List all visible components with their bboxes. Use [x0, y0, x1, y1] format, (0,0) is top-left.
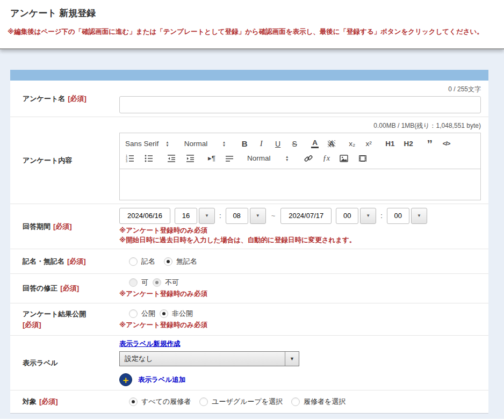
- target-radio-group: すべての履修者 ユーザグループを選択 履修者を選択: [129, 397, 354, 407]
- answer-edit-note: ※アンケート登録時のみ必須: [119, 289, 481, 299]
- heading-group: H1 H2: [385, 140, 413, 148]
- size-counter: 0.00MB / 1MB(残り：1,048,551 byte): [119, 121, 481, 131]
- survey-name-input[interactable]: [119, 96, 481, 113]
- start-hour-input[interactable]: [175, 208, 197, 224]
- outdent-icon[interactable]: [167, 154, 176, 163]
- header-picker[interactable]: Normal ▲▼: [184, 140, 226, 148]
- subscript-icon[interactable]: x₂: [348, 140, 356, 148]
- row-result-publish: アンケート結果公開[必須] 公開 非公開 ※アンケート登録時のみ必須: [10, 303, 488, 336]
- label-text: アンケート結果公開: [23, 309, 86, 320]
- time-separator: :: [219, 212, 221, 220]
- radio-signed[interactable]: [129, 257, 138, 266]
- response-period-field: ▼ : ▼ ~ ▼ : ▼ ※アンケート登録時のみ必須 ※開始日時に過去日時を入…: [119, 204, 488, 249]
- heading2-icon[interactable]: H2: [404, 140, 413, 148]
- video-icon[interactable]: [358, 154, 368, 163]
- radio-anonymous[interactable]: [164, 257, 172, 266]
- text-direction-icon[interactable]: ▸¶: [208, 155, 215, 162]
- add-label-plus-icon[interactable]: ＋: [119, 373, 132, 386]
- radio-select-students-label[interactable]: 履修者を選択: [304, 397, 345, 407]
- radio-all-students[interactable]: [129, 397, 138, 406]
- indent-group: [167, 154, 195, 163]
- radio-user-group-label[interactable]: ユーザグループを選択: [212, 397, 283, 407]
- survey-name-label: アンケート名[必須]: [10, 81, 119, 117]
- code-block-icon[interactable]: </>: [443, 141, 450, 147]
- answer-edit-label: 回答の修正[必須]: [10, 274, 119, 303]
- font-picker[interactable]: Sans Serif ▲▼: [125, 140, 169, 148]
- end-hour-spinner[interactable]: ▼: [360, 208, 376, 224]
- image-icon[interactable]: [339, 154, 349, 163]
- select-value: 設定なし: [120, 352, 285, 366]
- indent-icon[interactable]: [185, 154, 195, 163]
- start-hour-spinner[interactable]: ▼: [199, 208, 215, 224]
- bullet-list-icon[interactable]: [144, 154, 154, 163]
- blockquote-icon[interactable]: ”: [426, 140, 434, 148]
- end-hour-input[interactable]: [336, 208, 358, 224]
- size-picker[interactable]: Normal ▲▼: [247, 154, 289, 162]
- background-color-icon[interactable]: A: [328, 140, 335, 148]
- align-icon[interactable]: [225, 154, 234, 163]
- radio-private-label[interactable]: 非公開: [172, 309, 193, 318]
- radio-private[interactable]: [160, 309, 168, 318]
- target-label: 対象[必須]: [10, 390, 119, 413]
- superscript-icon[interactable]: x²: [365, 140, 372, 148]
- result-publish-radio-group: 公開 非公開: [129, 309, 481, 318]
- survey-content-label: アンケート内容: [10, 117, 119, 204]
- add-display-label-link[interactable]: 表示ラベル追加: [138, 375, 185, 385]
- link-icon[interactable]: [304, 154, 313, 163]
- strikethrough-icon[interactable]: S: [291, 140, 298, 148]
- row-display-label: 表示ラベル 表示ラベル新規作成 設定なし ▼ ＋ 表示ラベル追加: [10, 336, 488, 390]
- text-color-icon[interactable]: A: [311, 139, 319, 149]
- italic-icon[interactable]: I: [257, 140, 265, 148]
- required-marker: [必須]: [39, 397, 58, 405]
- label-text: 記名・無記名: [23, 257, 64, 265]
- end-date-input[interactable]: [280, 208, 332, 224]
- formula-icon[interactable]: ƒx: [322, 155, 330, 162]
- script-group: x₂ x²: [348, 140, 372, 148]
- radio-editable-yes-label[interactable]: 可: [141, 278, 148, 287]
- picker-arrows-icon: ▲▼: [222, 141, 226, 147]
- editor-content[interactable]: [120, 169, 480, 200]
- anonymity-radio-group: 記名 無記名: [129, 257, 206, 266]
- heading1-icon[interactable]: H1: [385, 140, 394, 148]
- editor-toolbar: Sans Serif ▲▼ Normal ▲▼ B I U: [120, 133, 480, 169]
- header-picker-label: Normal: [184, 140, 215, 148]
- result-publish-field: 公開 非公開 ※アンケート登録時のみ必須: [119, 303, 488, 335]
- radio-public[interactable]: [129, 309, 138, 318]
- radio-user-group[interactable]: [199, 397, 208, 406]
- radio-anonymous-label[interactable]: 無記名: [176, 257, 197, 266]
- result-publish-label: アンケート結果公開[必須]: [10, 303, 119, 335]
- radio-public-label[interactable]: 公開: [141, 309, 155, 318]
- row-survey-content: アンケート内容 0.00MB / 1MB(残り：1,048,551 byte) …: [10, 117, 488, 204]
- add-label-row: ＋ 表示ラベル追加: [119, 373, 481, 386]
- radio-editable-yes[interactable]: [129, 278, 138, 287]
- required-marker: [必須]: [60, 284, 79, 292]
- page-title: アンケート 新規登録: [0, 0, 504, 19]
- end-minute-spinner[interactable]: ▼: [411, 208, 427, 224]
- start-date-input[interactable]: [119, 208, 170, 224]
- start-minute-input[interactable]: [226, 208, 248, 224]
- display-label-field: 表示ラベル新規作成 設定なし ▼ ＋ 表示ラベル追加: [119, 336, 488, 390]
- underline-icon[interactable]: U: [274, 140, 282, 148]
- row-anonymity: 記名・無記名[必須] 記名 無記名: [10, 249, 488, 274]
- radio-editable-no-label[interactable]: 不可: [165, 278, 179, 287]
- ordered-list-icon[interactable]: 123: [125, 154, 135, 163]
- radio-signed-label[interactable]: 記名: [141, 257, 155, 266]
- target-field: すべての履修者 ユーザグループを選択 履修者を選択: [119, 390, 488, 413]
- insert-group: ƒx: [304, 154, 368, 163]
- required-marker: [必須]: [67, 257, 86, 265]
- select-arrow-icon: ▼: [285, 352, 299, 366]
- list-group: 123: [125, 154, 154, 163]
- radio-select-students[interactable]: [291, 397, 300, 406]
- range-separator: ~: [271, 212, 276, 220]
- svg-text:3: 3: [126, 160, 127, 163]
- start-minute-spinner[interactable]: ▼: [250, 208, 266, 224]
- end-minute-input[interactable]: [387, 208, 409, 224]
- required-marker: [必須]: [68, 95, 87, 103]
- display-label-select[interactable]: 設定なし ▼: [119, 351, 299, 366]
- radio-editable-no[interactable]: [153, 278, 161, 287]
- survey-form-card: アンケート名[必須] 0 / 255文字 アンケート内容 0.00MB / 1M…: [10, 70, 488, 414]
- answer-edit-radio-group: 可 不可: [129, 278, 481, 287]
- bold-icon[interactable]: B: [241, 140, 248, 148]
- create-display-label-link[interactable]: 表示ラベル新規作成: [119, 339, 180, 349]
- radio-all-students-label[interactable]: すべての履修者: [141, 397, 191, 407]
